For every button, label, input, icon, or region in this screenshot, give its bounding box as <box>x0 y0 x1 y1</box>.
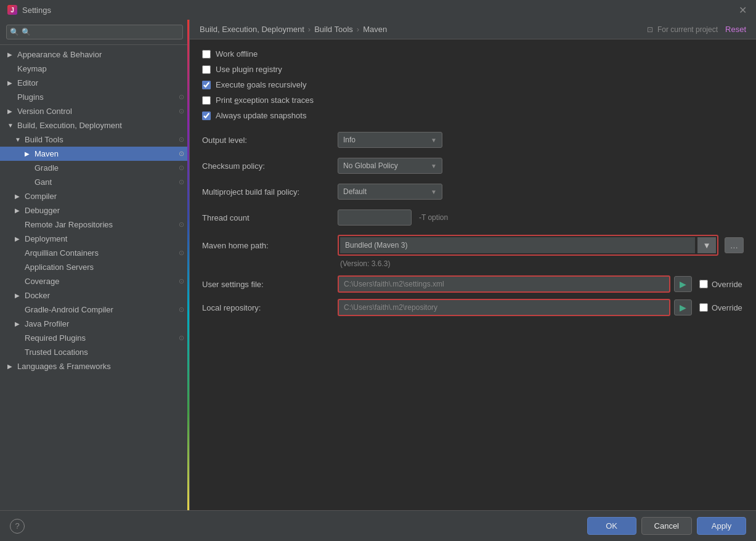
cancel-button[interactable]: Cancel <box>641 517 692 535</box>
output-level-label: Output level: <box>202 136 338 145</box>
chevron-icon: ▶ <box>15 292 22 299</box>
local-repo-label: Local repository: <box>202 303 338 312</box>
local-repo-override-checkbox[interactable] <box>699 303 708 312</box>
breadcrumb-part-1[interactable]: Build, Execution, Deployment <box>200 25 304 34</box>
local-repo-control: C:\Users\faith\.m2\repository ▶ Override <box>338 299 744 316</box>
user-settings-override-checkbox[interactable] <box>699 280 708 288</box>
work-offline-row: Work offline <box>202 49 744 59</box>
sidebar-item-keymap[interactable]: Keymap <box>0 62 189 76</box>
sidebar-item-label: Build, Execution, Deployment <box>17 121 184 130</box>
sidebar-item-label: Required Plugins <box>25 333 176 343</box>
chevron-icon: ▶ <box>15 235 22 242</box>
output-level-control: Info ▼ <box>338 132 442 148</box>
chevron-icon <box>25 165 32 171</box>
thread-count-label: Thread count <box>202 213 338 222</box>
copy-icon: ⊙ <box>179 164 184 172</box>
close-button[interactable]: ✕ <box>736 4 749 16</box>
execute-goals-checkbox[interactable] <box>202 81 211 89</box>
sidebar-item-label: Arquillian Containers <box>25 248 176 258</box>
checksum-policy-dropdown[interactable]: No Global Policy ▼ <box>338 158 442 174</box>
sidebar-item-label: Maven <box>35 149 176 158</box>
search-input[interactable] <box>6 25 183 39</box>
multiproject-value: Default <box>343 187 367 196</box>
multiproject-row: Multiproject build fail policy: Default … <box>202 183 744 200</box>
reset-button[interactable]: Reset <box>725 25 746 34</box>
help-button[interactable]: ? <box>10 519 25 534</box>
copy-icon: ⊙ <box>179 249 184 257</box>
sidebar-item-deployment[interactable]: ▶ Deployment <box>0 232 189 246</box>
chevron-icon <box>25 179 32 185</box>
copy-icon: ⊙ <box>179 107 184 115</box>
print-exception-checkbox[interactable] <box>202 96 211 105</box>
chevron-icon: ▼ <box>7 122 15 129</box>
sidebar-item-label: Gradle-Android Compiler <box>25 305 176 314</box>
chevron-icon <box>7 94 15 100</box>
chevron-icon <box>15 335 22 341</box>
thread-count-row: Thread count -T option <box>202 209 744 226</box>
chevron-icon <box>15 278 22 285</box>
panel-right-actions: ⊡ For current project Reset <box>647 25 746 34</box>
execute-goals-row: Execute goals recursively <box>202 80 744 89</box>
sidebar-item-java-profiler[interactable]: ▶ Java Profiler <box>0 317 189 331</box>
user-settings-action-button[interactable]: ▶ <box>674 276 692 292</box>
sidebar-item-appearance[interactable]: ▶ Appearance & Behavior <box>0 47 189 62</box>
maven-home-control: ▼ <box>338 235 718 256</box>
sidebar-item-app-servers[interactable]: Application Servers <box>0 260 189 274</box>
panel-header: Build, Execution, Deployment › Build Too… <box>190 20 756 39</box>
breadcrumb-sep-1: › <box>308 25 311 34</box>
user-settings-override: Override <box>699 280 742 289</box>
sidebar-item-coverage[interactable]: Coverage ⊙ <box>0 274 189 288</box>
sidebar-item-required-plugins[interactable]: Required Plugins ⊙ <box>0 331 189 345</box>
sidebar-item-remote-jar[interactable]: Remote Jar Repositories ⊙ <box>0 218 189 232</box>
nav-tree: ▶ Appearance & Behavior Keymap ▶ Editor … <box>0 45 189 510</box>
user-settings-label: User settings file: <box>202 280 338 289</box>
maven-home-input[interactable] <box>340 237 695 253</box>
ok-button[interactable]: OK <box>587 517 636 535</box>
maven-home-label: Maven home path: <box>202 241 338 250</box>
thread-count-suffix: -T option <box>419 213 448 222</box>
use-plugin-registry-label: Use plugin registry <box>216 65 282 74</box>
sidebar-item-label: Docker <box>25 291 184 300</box>
sidebar-item-version-control[interactable]: ▶ Version Control ⊙ <box>0 104 189 118</box>
breadcrumb-current: Maven <box>363 25 387 34</box>
sidebar-item-debugger[interactable]: ▶ Debugger <box>0 203 189 218</box>
thread-count-input[interactable] <box>338 209 412 226</box>
output-level-dropdown[interactable]: Info ▼ <box>338 132 442 148</box>
copy-icon: ⊙ <box>179 306 184 314</box>
sidebar-item-editor[interactable]: ▶ Editor <box>0 76 189 90</box>
breadcrumb: Build, Execution, Deployment › Build Too… <box>200 25 387 34</box>
sidebar-item-build-exec[interactable]: ▼ Build, Execution, Deployment <box>0 118 189 132</box>
sidebar-item-trusted-locations[interactable]: Trusted Locations <box>0 345 189 359</box>
sidebar-item-label: Debugger <box>25 206 184 215</box>
sidebar-item-gradle[interactable]: Gradle ⊙ <box>0 161 189 175</box>
sidebar-item-build-tools[interactable]: ▼ Build Tools ⊙ <box>0 132 189 147</box>
local-repo-action-button[interactable]: ▶ <box>674 299 692 315</box>
sidebar-item-gradle-android[interactable]: Gradle-Android Compiler ⊙ <box>0 303 189 317</box>
use-plugin-registry-row: Use plugin registry <box>202 65 744 74</box>
app-icon: J <box>7 5 17 15</box>
maven-home-dropdown-btn[interactable]: ▼ <box>697 237 715 253</box>
sidebar-item-arquillian[interactable]: Arquillian Containers ⊙ <box>0 246 189 260</box>
apply-button[interactable]: Apply <box>697 517 746 535</box>
local-repo-override: Override <box>699 303 742 312</box>
sidebar-item-docker[interactable]: ▶ Docker <box>0 288 189 303</box>
local-repo-override-label: Override <box>712 303 742 312</box>
sidebar-item-label: Plugins <box>17 92 176 102</box>
always-update-checkbox[interactable] <box>202 112 211 120</box>
sidebar-item-gant[interactable]: Gant ⊙ <box>0 175 189 189</box>
breadcrumb-part-2[interactable]: Build Tools <box>314 25 353 34</box>
work-offline-checkbox[interactable] <box>202 50 211 59</box>
checksum-policy-label: Checksum policy: <box>202 161 338 171</box>
use-plugin-registry-checkbox[interactable] <box>202 65 211 74</box>
work-offline-label: Work offline <box>216 49 258 59</box>
output-level-row: Output level: Info ▼ <box>202 131 744 148</box>
search-icon: 🔍 <box>10 28 19 36</box>
sidebar-item-languages[interactable]: ▶ Languages & Frameworks <box>0 359 189 373</box>
sidebar-item-label: Keymap <box>17 64 184 73</box>
multiproject-dropdown[interactable]: Default ▼ <box>338 184 442 200</box>
sidebar-item-maven[interactable]: ▶ Maven ⊙ <box>0 147 189 161</box>
copy-icon: ⊙ <box>179 221 184 229</box>
sidebar-item-plugins[interactable]: Plugins ⊙ <box>0 90 189 104</box>
sidebar-item-compiler[interactable]: ▶ Compiler <box>0 189 189 203</box>
maven-home-browse-button[interactable]: … <box>725 237 744 253</box>
